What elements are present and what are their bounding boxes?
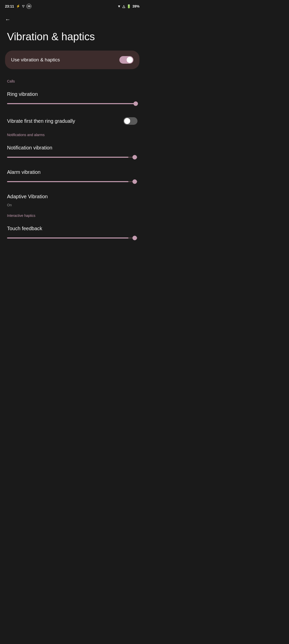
adaptive-vibration-item[interactable]: Adaptive Vibration On <box>0 190 144 211</box>
status-left: 23:11 ⚡ ▽ 39 <box>5 4 31 9</box>
vibrate-first-label: Vibrate first then ring gradually <box>7 118 123 124</box>
time: 23:11 <box>5 4 14 8</box>
notification-vibration-item: Notification vibration <box>0 141 144 165</box>
main-toggle[interactable] <box>119 56 133 64</box>
touch-feedback-item: Touch feedback <box>0 222 144 246</box>
vibrate-first-toggle[interactable] <box>123 117 137 125</box>
battery-icon: 🔋 <box>127 4 131 8</box>
notification-vibration-fill <box>7 157 128 158</box>
adaptive-vibration-label: Adaptive Vibration <box>7 194 137 199</box>
adaptive-vibration-sub: On <box>7 203 137 207</box>
touch-feedback-slider[interactable] <box>7 235 137 241</box>
battery-charging-icon: ⚡ <box>16 4 20 8</box>
status-right: ▼ △ 🔋 39% <box>117 4 139 8</box>
status-bar: 23:11 ⚡ ▽ 39 ▼ △ 🔋 39% <box>0 0 144 11</box>
ring-vibration-item: Ring vibration <box>0 87 144 112</box>
status-icon-1: ▽ <box>22 5 24 8</box>
notification-vibration-slider[interactable] <box>7 154 137 160</box>
notifications-section: Notifications and alarms Notification vi… <box>0 130 144 211</box>
alarm-vibration-track <box>7 181 137 182</box>
calls-section-header: Calls <box>0 77 144 87</box>
interactive-haptics-header: Interactive haptics <box>0 211 144 222</box>
ring-vibration-fill <box>7 103 137 104</box>
notifications-section-header: Notifications and alarms <box>0 130 144 141</box>
calls-section: Calls Ring vibration Vibrate first then … <box>0 77 144 130</box>
alarm-vibration-thumb <box>132 179 137 184</box>
vibrate-first-thumb <box>124 118 130 124</box>
ring-vibration-thumb <box>133 101 138 106</box>
touch-feedback-track <box>7 237 137 238</box>
interactive-haptics-section: Interactive haptics Touch feedback <box>0 211 144 246</box>
ring-vibration-label: Ring vibration <box>7 91 137 97</box>
alarm-vibration-item: Alarm vibration <box>0 165 144 190</box>
notification-vibration-thumb <box>132 155 137 159</box>
main-toggle-container[interactable]: Use vibration & haptics <box>5 51 139 69</box>
notification-vibration-track <box>7 157 137 158</box>
back-button[interactable]: ← <box>0 11 16 25</box>
main-toggle-label: Use vibration & haptics <box>11 57 60 63</box>
ring-vibration-track <box>7 103 137 104</box>
touch-feedback-thumb <box>132 236 137 240</box>
page-title: Vibration & haptics <box>0 25 144 51</box>
alarm-vibration-label: Alarm vibration <box>7 169 137 175</box>
wifi-icon: ▼ <box>117 4 121 8</box>
touch-feedback-label: Touch feedback <box>7 226 137 231</box>
alarm-vibration-fill <box>7 181 128 182</box>
alarm-vibration-slider[interactable] <box>7 179 137 185</box>
battery-percent: 39% <box>132 4 139 8</box>
back-arrow-icon: ← <box>5 16 11 23</box>
ring-vibration-slider[interactable] <box>7 101 137 107</box>
touch-feedback-fill <box>7 237 128 238</box>
vibrate-first-item[interactable]: Vibrate first then ring gradually <box>0 112 144 130</box>
notification-vibration-label: Notification vibration <box>7 145 137 151</box>
status-badge: 39 <box>26 4 31 9</box>
main-toggle-thumb <box>127 57 133 63</box>
signal-icon: △ <box>122 4 125 8</box>
